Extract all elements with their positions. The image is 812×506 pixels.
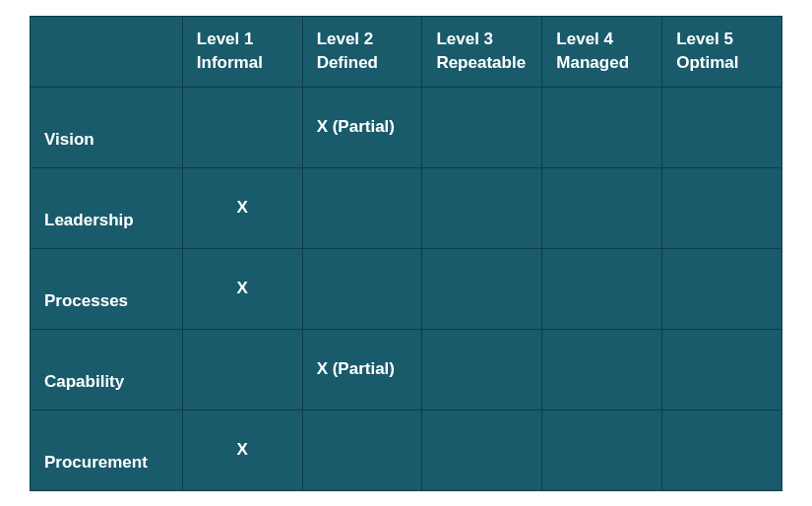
maturity-matrix-table: Level 1 Informal Level 2 Defined Level 3… [0, 6, 812, 501]
cell [302, 410, 422, 490]
maturity-table: Level 1 Informal Level 2 Defined Level 3… [30, 16, 782, 491]
cell [662, 87, 782, 167]
header-level-line: Level 3 [436, 30, 493, 48]
row-label-capability: Capability [31, 329, 183, 410]
row-label-leadership: Leadership [31, 167, 183, 248]
header-level-name: Informal [197, 53, 263, 72]
header-level-name: Repeatable [436, 53, 526, 72]
cell [662, 410, 782, 490]
table-row: Processes X [31, 248, 782, 329]
header-level-line: Level 5 [676, 30, 733, 48]
header-level-3: Level 3 Repeatable [422, 16, 542, 87]
header-level-name: Optimal [676, 53, 738, 72]
header-empty [31, 16, 183, 87]
header-level-name: Defined [317, 53, 378, 72]
cell [422, 87, 542, 167]
header-level-name: Managed [556, 53, 629, 72]
cell: X [182, 167, 302, 248]
cell [662, 248, 782, 329]
cell [422, 410, 542, 490]
cell: X (Partial) [302, 87, 422, 167]
cell [542, 87, 662, 167]
table-row: Capability X (Partial) [31, 329, 782, 410]
cell [542, 167, 662, 248]
cell: X (Partial) [302, 329, 422, 410]
header-level-1: Level 1 Informal [182, 16, 302, 87]
table-row: Procurement X [31, 410, 782, 490]
cell [542, 329, 662, 410]
cell [302, 167, 422, 248]
cell: X [182, 410, 302, 490]
cell [182, 87, 302, 167]
table-row: Leadership X [31, 167, 782, 248]
header-level-2: Level 2 Defined [302, 16, 422, 87]
table-row: Vision X (Partial) [31, 87, 782, 167]
cell [662, 167, 782, 248]
cell [542, 248, 662, 329]
header-level-line: Level 2 [317, 30, 374, 48]
cell [422, 248, 542, 329]
cell [182, 329, 302, 410]
cell [302, 248, 422, 329]
header-level-4: Level 4 Managed [542, 16, 662, 87]
cell [662, 329, 782, 410]
header-row: Level 1 Informal Level 2 Defined Level 3… [31, 16, 782, 87]
row-label-procurement: Procurement [31, 410, 183, 490]
cell [422, 329, 542, 410]
cell [422, 167, 542, 248]
row-label-processes: Processes [31, 248, 183, 329]
cell [542, 410, 662, 490]
row-label-vision: Vision [31, 87, 183, 167]
header-level-line: Level 1 [197, 30, 254, 48]
cell: X [182, 248, 302, 329]
header-level-line: Level 4 [556, 30, 613, 48]
header-level-5: Level 5 Optimal [662, 16, 782, 87]
